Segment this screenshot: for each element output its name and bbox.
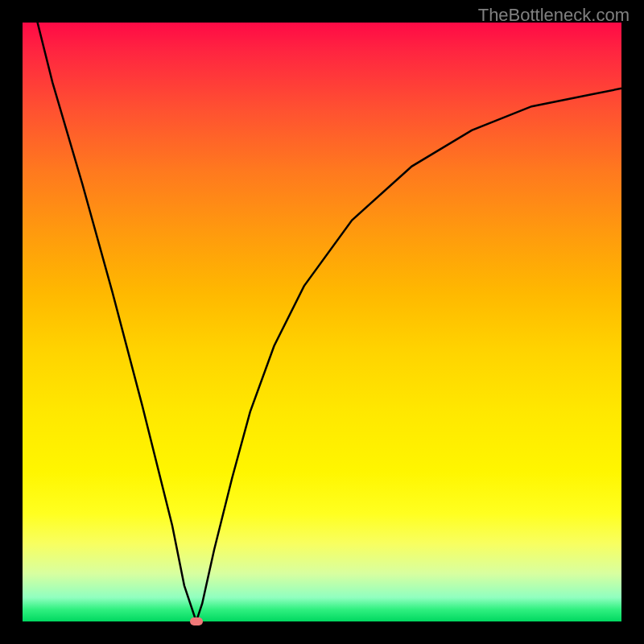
plot-area xyxy=(23,23,621,621)
minimum-marker xyxy=(190,617,203,625)
watermark-text: TheBottleneck.com xyxy=(478,5,630,26)
bottleneck-curve xyxy=(23,23,621,621)
curve-path xyxy=(23,0,621,621)
